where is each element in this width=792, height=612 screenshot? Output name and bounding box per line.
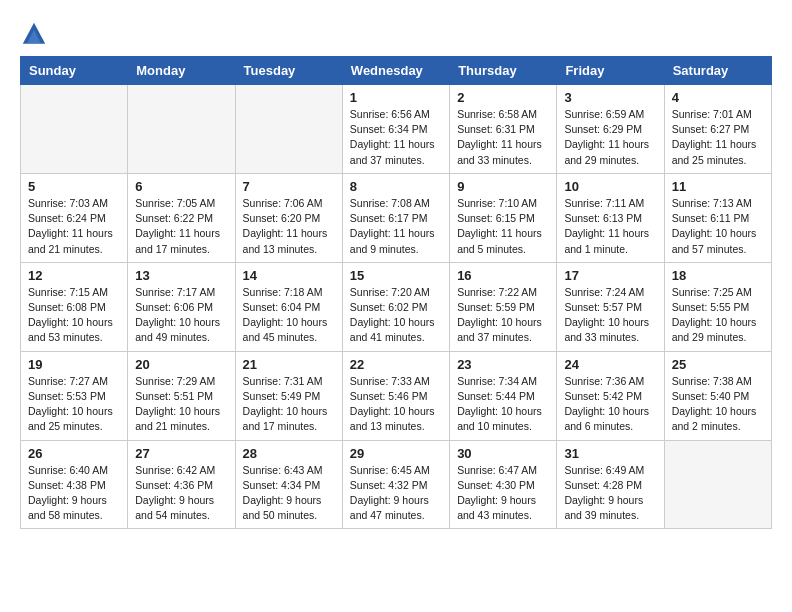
calendar-cell: 31Sunrise: 6:49 AM Sunset: 4:28 PM Dayli…: [557, 440, 664, 529]
day-info: Sunrise: 7:20 AM Sunset: 6:02 PM Dayligh…: [350, 285, 442, 346]
calendar-cell: 21Sunrise: 7:31 AM Sunset: 5:49 PM Dayli…: [235, 351, 342, 440]
day-info: Sunrise: 7:03 AM Sunset: 6:24 PM Dayligh…: [28, 196, 120, 257]
day-info: Sunrise: 7:13 AM Sunset: 6:11 PM Dayligh…: [672, 196, 764, 257]
day-number: 15: [350, 268, 442, 283]
calendar-cell: [235, 85, 342, 174]
calendar-cell: 26Sunrise: 6:40 AM Sunset: 4:38 PM Dayli…: [21, 440, 128, 529]
calendar-cell: 9Sunrise: 7:10 AM Sunset: 6:15 PM Daylig…: [450, 173, 557, 262]
day-info: Sunrise: 7:27 AM Sunset: 5:53 PM Dayligh…: [28, 374, 120, 435]
day-number: 21: [243, 357, 335, 372]
day-number: 30: [457, 446, 549, 461]
day-info: Sunrise: 6:42 AM Sunset: 4:36 PM Dayligh…: [135, 463, 227, 524]
day-info: Sunrise: 6:45 AM Sunset: 4:32 PM Dayligh…: [350, 463, 442, 524]
day-info: Sunrise: 7:29 AM Sunset: 5:51 PM Dayligh…: [135, 374, 227, 435]
day-info: Sunrise: 6:43 AM Sunset: 4:34 PM Dayligh…: [243, 463, 335, 524]
day-number: 7: [243, 179, 335, 194]
calendar-cell: 12Sunrise: 7:15 AM Sunset: 6:08 PM Dayli…: [21, 262, 128, 351]
weekday-header-sunday: Sunday: [21, 57, 128, 85]
calendar-cell: 22Sunrise: 7:33 AM Sunset: 5:46 PM Dayli…: [342, 351, 449, 440]
calendar-cell: 30Sunrise: 6:47 AM Sunset: 4:30 PM Dayli…: [450, 440, 557, 529]
day-number: 11: [672, 179, 764, 194]
calendar-cell: 28Sunrise: 6:43 AM Sunset: 4:34 PM Dayli…: [235, 440, 342, 529]
day-number: 4: [672, 90, 764, 105]
day-number: 1: [350, 90, 442, 105]
day-number: 26: [28, 446, 120, 461]
day-info: Sunrise: 7:33 AM Sunset: 5:46 PM Dayligh…: [350, 374, 442, 435]
weekday-header-friday: Friday: [557, 57, 664, 85]
calendar-cell: [21, 85, 128, 174]
day-info: Sunrise: 7:06 AM Sunset: 6:20 PM Dayligh…: [243, 196, 335, 257]
header: [20, 20, 772, 48]
day-number: 6: [135, 179, 227, 194]
day-info: Sunrise: 7:05 AM Sunset: 6:22 PM Dayligh…: [135, 196, 227, 257]
day-number: 23: [457, 357, 549, 372]
calendar-cell: [664, 440, 771, 529]
week-row-5: 26Sunrise: 6:40 AM Sunset: 4:38 PM Dayli…: [21, 440, 772, 529]
calendar-cell: [128, 85, 235, 174]
day-info: Sunrise: 6:58 AM Sunset: 6:31 PM Dayligh…: [457, 107, 549, 168]
logo: [20, 20, 52, 48]
week-row-2: 5Sunrise: 7:03 AM Sunset: 6:24 PM Daylig…: [21, 173, 772, 262]
day-info: Sunrise: 7:17 AM Sunset: 6:06 PM Dayligh…: [135, 285, 227, 346]
day-number: 29: [350, 446, 442, 461]
day-info: Sunrise: 7:36 AM Sunset: 5:42 PM Dayligh…: [564, 374, 656, 435]
day-info: Sunrise: 7:34 AM Sunset: 5:44 PM Dayligh…: [457, 374, 549, 435]
calendar-cell: 25Sunrise: 7:38 AM Sunset: 5:40 PM Dayli…: [664, 351, 771, 440]
weekday-header-thursday: Thursday: [450, 57, 557, 85]
day-info: Sunrise: 7:25 AM Sunset: 5:55 PM Dayligh…: [672, 285, 764, 346]
week-row-4: 19Sunrise: 7:27 AM Sunset: 5:53 PM Dayli…: [21, 351, 772, 440]
weekday-header-row: SundayMondayTuesdayWednesdayThursdayFrid…: [21, 57, 772, 85]
calendar-cell: 14Sunrise: 7:18 AM Sunset: 6:04 PM Dayli…: [235, 262, 342, 351]
calendar-cell: 23Sunrise: 7:34 AM Sunset: 5:44 PM Dayli…: [450, 351, 557, 440]
calendar-cell: 13Sunrise: 7:17 AM Sunset: 6:06 PM Dayli…: [128, 262, 235, 351]
day-number: 14: [243, 268, 335, 283]
calendar-cell: 10Sunrise: 7:11 AM Sunset: 6:13 PM Dayli…: [557, 173, 664, 262]
calendar-cell: 17Sunrise: 7:24 AM Sunset: 5:57 PM Dayli…: [557, 262, 664, 351]
calendar-cell: 2Sunrise: 6:58 AM Sunset: 6:31 PM Daylig…: [450, 85, 557, 174]
day-number: 22: [350, 357, 442, 372]
calendar-cell: 7Sunrise: 7:06 AM Sunset: 6:20 PM Daylig…: [235, 173, 342, 262]
day-number: 24: [564, 357, 656, 372]
calendar-cell: 16Sunrise: 7:22 AM Sunset: 5:59 PM Dayli…: [450, 262, 557, 351]
day-info: Sunrise: 6:56 AM Sunset: 6:34 PM Dayligh…: [350, 107, 442, 168]
calendar-cell: 8Sunrise: 7:08 AM Sunset: 6:17 PM Daylig…: [342, 173, 449, 262]
day-info: Sunrise: 6:49 AM Sunset: 4:28 PM Dayligh…: [564, 463, 656, 524]
day-info: Sunrise: 7:22 AM Sunset: 5:59 PM Dayligh…: [457, 285, 549, 346]
page: SundayMondayTuesdayWednesdayThursdayFrid…: [0, 0, 792, 539]
week-row-3: 12Sunrise: 7:15 AM Sunset: 6:08 PM Dayli…: [21, 262, 772, 351]
day-number: 3: [564, 90, 656, 105]
calendar-cell: 1Sunrise: 6:56 AM Sunset: 6:34 PM Daylig…: [342, 85, 449, 174]
day-info: Sunrise: 6:59 AM Sunset: 6:29 PM Dayligh…: [564, 107, 656, 168]
calendar-table: SundayMondayTuesdayWednesdayThursdayFrid…: [20, 56, 772, 529]
calendar-cell: 3Sunrise: 6:59 AM Sunset: 6:29 PM Daylig…: [557, 85, 664, 174]
day-number: 2: [457, 90, 549, 105]
calendar-cell: 20Sunrise: 7:29 AM Sunset: 5:51 PM Dayli…: [128, 351, 235, 440]
day-info: Sunrise: 7:18 AM Sunset: 6:04 PM Dayligh…: [243, 285, 335, 346]
day-info: Sunrise: 7:24 AM Sunset: 5:57 PM Dayligh…: [564, 285, 656, 346]
day-info: Sunrise: 7:11 AM Sunset: 6:13 PM Dayligh…: [564, 196, 656, 257]
week-row-1: 1Sunrise: 6:56 AM Sunset: 6:34 PM Daylig…: [21, 85, 772, 174]
day-number: 16: [457, 268, 549, 283]
day-info: Sunrise: 6:47 AM Sunset: 4:30 PM Dayligh…: [457, 463, 549, 524]
weekday-header-wednesday: Wednesday: [342, 57, 449, 85]
day-number: 19: [28, 357, 120, 372]
day-number: 10: [564, 179, 656, 194]
calendar-cell: 18Sunrise: 7:25 AM Sunset: 5:55 PM Dayli…: [664, 262, 771, 351]
day-info: Sunrise: 7:31 AM Sunset: 5:49 PM Dayligh…: [243, 374, 335, 435]
calendar-cell: 29Sunrise: 6:45 AM Sunset: 4:32 PM Dayli…: [342, 440, 449, 529]
day-number: 31: [564, 446, 656, 461]
day-info: Sunrise: 7:01 AM Sunset: 6:27 PM Dayligh…: [672, 107, 764, 168]
day-number: 12: [28, 268, 120, 283]
day-number: 5: [28, 179, 120, 194]
calendar-cell: 11Sunrise: 7:13 AM Sunset: 6:11 PM Dayli…: [664, 173, 771, 262]
day-number: 9: [457, 179, 549, 194]
day-number: 25: [672, 357, 764, 372]
calendar-cell: 5Sunrise: 7:03 AM Sunset: 6:24 PM Daylig…: [21, 173, 128, 262]
weekday-header-saturday: Saturday: [664, 57, 771, 85]
logo-icon: [20, 20, 48, 48]
calendar-cell: 19Sunrise: 7:27 AM Sunset: 5:53 PM Dayli…: [21, 351, 128, 440]
day-info: Sunrise: 6:40 AM Sunset: 4:38 PM Dayligh…: [28, 463, 120, 524]
day-number: 17: [564, 268, 656, 283]
day-info: Sunrise: 7:08 AM Sunset: 6:17 PM Dayligh…: [350, 196, 442, 257]
day-number: 13: [135, 268, 227, 283]
